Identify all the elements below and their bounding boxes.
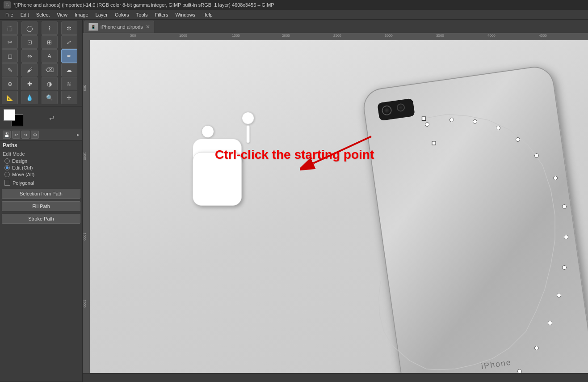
tool-clone[interactable]: ⊕ [2, 77, 18, 90]
camera-lens [381, 105, 392, 116]
menu-colors[interactable]: Colors [111, 11, 133, 18]
radio-edit-dot [4, 165, 10, 170]
tool-fuzzy-select[interactable]: ✲ [61, 21, 77, 35]
radio-move[interactable]: Move (Alt) [4, 172, 80, 177]
selection-from-path-btn[interactable]: Selection from Path [2, 189, 80, 199]
tab-thumbnail: 📱 [88, 23, 98, 31]
tool-text[interactable]: A [42, 49, 58, 63]
redo-options-icon[interactable]: ↪ [21, 131, 29, 139]
ruler-mark-3000: 3000 [385, 34, 393, 38]
radio-edit[interactable]: Edit (Ctrl) [4, 165, 80, 170]
tool-free-select[interactable]: ⌇ [42, 21, 58, 35]
ruler-mark-4000: 4000 [487, 34, 496, 38]
path-dot-14 [517, 369, 522, 373]
ruler-mark-1500: 1500 [232, 34, 240, 38]
canvas-area[interactable]: 500 1000 1500 2000 2500 3000 3500 4000 4… [83, 33, 588, 373]
radio-design-dot [4, 158, 10, 164]
radio-edit-label: Edit (Ctrl) [12, 165, 33, 170]
stroke-path-btn[interactable]: Stroke Path [2, 214, 80, 224]
menu-edit[interactable]: Edit [17, 11, 33, 18]
polygonal-checkbox-row[interactable]: Polygonal [4, 180, 80, 186]
tool-heal[interactable]: ✚ [21, 77, 38, 90]
tool-paintbrush[interactable]: 🖌 [21, 63, 38, 76]
menu-image[interactable]: Image [71, 11, 92, 18]
menu-select[interactable]: Select [33, 11, 54, 18]
path-dot-2 [449, 118, 454, 122]
ruler-mark-2500: 2500 [333, 34, 341, 38]
menu-tools[interactable]: Tools [133, 11, 151, 18]
tool-move[interactable]: ✛ [61, 91, 77, 104]
menu-windows[interactable]: Windows [172, 11, 199, 18]
polygonal-checkbox[interactable] [4, 180, 10, 186]
left-toolbar: ⬚ ◯ ⌇ ✲ ✂ ⊡ ⊞ ⤢ ◻ ⇔ A ✒ ✎ 🖌 ⌫ ☁ ⊕ ✚ ◑ ≋ … [0, 20, 83, 382]
menu-help[interactable]: Help [199, 11, 216, 18]
tool-rectangle-select[interactable]: ⬚ [2, 21, 18, 35]
tool-options-panel: 💾 ↩ ↪ ⚙ ▸ Paths Edit Mode Design [0, 129, 82, 382]
airpod-head-left [202, 125, 214, 138]
tool-options-icons: 💾 ↩ ↪ ⚙ [3, 131, 39, 139]
window-title: *[iPhone and airpods] (imported)-14.0 (R… [13, 2, 274, 8]
tool-paths[interactable]: ✒ [61, 49, 77, 63]
canvas-wrapper: 📱 iPhone and airpods ✕ 500 1000 1500 200… [83, 20, 588, 382]
tab-label: iPhone and airpods [101, 24, 143, 30]
tool-dodge[interactable]: ◑ [42, 77, 58, 90]
camera-module [377, 98, 415, 121]
menubar: FileEditSelectViewImageLayerColorsToolsF… [0, 10, 588, 20]
canvas-tab[interactable]: 📱 iPhone and airpods ✕ [84, 21, 154, 33]
tool-airbrush[interactable]: ☁ [61, 63, 77, 76]
radio-design[interactable]: Design [4, 158, 80, 164]
tool-crop[interactable]: ⊞ [42, 35, 58, 49]
tool-icons-panel: ⬚ ◯ ⌇ ✲ ✂ ⊡ ⊞ ⤢ ◻ ⇔ A ✒ ✎ 🖌 ⌫ ☁ ⊕ ✚ ◑ ≋ … [0, 20, 82, 106]
titlebar: G *[iPhone and airpods] (imported)-14.0 … [0, 0, 588, 10]
tool-perspective[interactable]: ◻ [2, 49, 18, 63]
path-dot-13 [534, 346, 539, 350]
tool-options-header: 💾 ↩ ↪ ⚙ ▸ [0, 129, 82, 140]
save-options-icon[interactable]: 💾 [3, 131, 11, 139]
reset-options-icon[interactable]: ⚙ [31, 131, 39, 139]
menu-file[interactable]: File [2, 11, 17, 18]
paths-section: Paths Edit Mode Design Edit (Ctrl) Move … [0, 140, 82, 187]
tool-color-picker[interactable]: 💧 [21, 91, 38, 104]
menu-view[interactable]: View [53, 11, 71, 18]
swap-colors-icon[interactable]: ⇄ [49, 114, 55, 121]
vertical-ruler: 500 1000 1500 2000 [83, 40, 90, 373]
fill-path-btn[interactable]: Fill Path [2, 201, 80, 211]
tab-close-icon[interactable]: ✕ [146, 24, 150, 30]
tab-bar: 📱 iPhone and airpods ✕ [83, 20, 588, 33]
panel-expand-icon[interactable]: ▸ [77, 132, 80, 138]
menu-filters[interactable]: Filters [151, 11, 172, 18]
v-ruler-mark-1500: 1500 [83, 233, 87, 241]
tool-measure[interactable]: 📐 [2, 91, 18, 104]
tool-scissors[interactable]: ✂ [2, 35, 18, 49]
statusbar [83, 373, 588, 382]
v-ruler-mark-2000: 2000 [83, 300, 87, 308]
main-layout: ⬚ ◯ ⌇ ✲ ✂ ⊡ ⊞ ⤢ ◻ ⇔ A ✒ ✎ 🖌 ⌫ ☁ ⊕ ✚ ◑ ≋ … [0, 20, 588, 382]
h-ruler-content: 500 1000 1500 2000 2500 3000 3500 4000 4… [90, 33, 588, 40]
horizontal-ruler: 500 1000 1500 2000 2500 3000 3500 4000 4… [90, 33, 588, 40]
tool-smudge[interactable]: ≋ [61, 77, 77, 90]
path-dot-4 [496, 126, 500, 130]
tool-pencil[interactable]: ✎ [2, 63, 18, 76]
airpod-stem-right [246, 125, 250, 143]
camera-lens-2 [396, 103, 405, 112]
path-dot-5 [516, 137, 520, 142]
tool-fg-select[interactable]: ⊡ [21, 35, 38, 49]
tool-zoom[interactable]: 🔍 [42, 91, 58, 104]
path-dot-12 [548, 321, 552, 325]
undo-options-icon[interactable]: ↩ [12, 131, 20, 139]
canvas[interactable]: iPhone [90, 40, 588, 373]
path-dot-9 [564, 235, 568, 239]
radio-design-label: Design [12, 158, 27, 164]
foreground-color[interactable] [4, 109, 15, 121]
iphone-back: iPhone [361, 64, 588, 373]
tool-transform[interactable]: ⤢ [61, 35, 77, 49]
tool-ellipse-select[interactable]: ◯ [21, 21, 38, 35]
tool-flip[interactable]: ⇔ [21, 49, 38, 63]
iphone-label: iPhone [402, 347, 588, 373]
tool-eraser[interactable]: ⌫ [42, 63, 58, 76]
v-ruler-mark-500: 500 [83, 85, 87, 91]
ruler-mark-2000: 2000 [282, 34, 290, 38]
menu-layer[interactable]: Layer [92, 11, 112, 18]
airpod-head-right [242, 112, 254, 124]
ruler-mark-3500: 3500 [436, 34, 444, 38]
